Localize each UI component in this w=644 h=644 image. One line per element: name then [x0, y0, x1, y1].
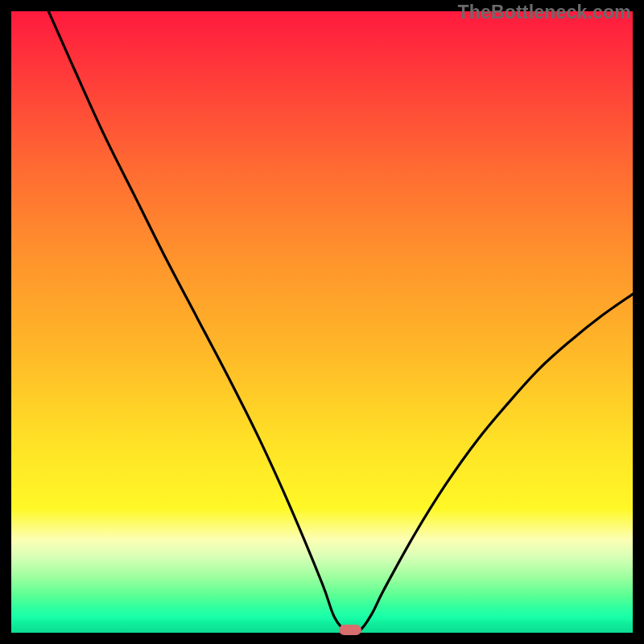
bottleneck-curve — [11, 11, 633, 633]
watermark-text: TheBottleneck.com — [457, 2, 631, 23]
chart-wrapper: TheBottleneck.com — [0, 0, 644, 644]
